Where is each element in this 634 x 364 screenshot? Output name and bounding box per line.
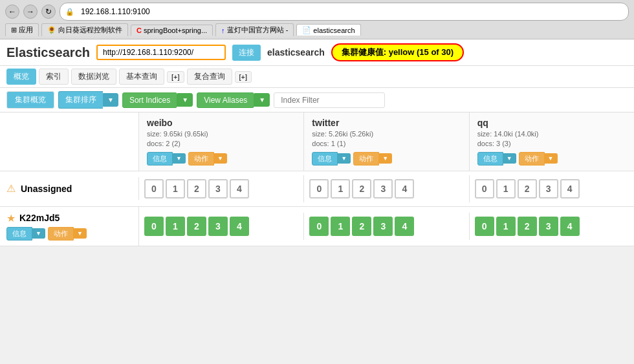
index-filter-input[interactable] xyxy=(274,92,385,108)
index-docs-weibo: docs: 2 (2) xyxy=(147,139,296,149)
cluster-name: elasticsearch xyxy=(267,47,325,58)
node-weibo-shards: 0 1 2 3 4 xyxy=(139,213,304,240)
node-name: K22mJd5 xyxy=(19,213,60,223)
tab-complex-query[interactable]: 复合查询 xyxy=(187,69,232,85)
sort-indices-arrow[interactable]: ▼ xyxy=(177,93,193,107)
unassigned-qq-shards: 0 1 2 3 4 xyxy=(470,175,634,202)
qq-action-main[interactable]: 动作 xyxy=(519,152,545,166)
shard-box[interactable]: 0 xyxy=(309,217,329,236)
shard-box[interactable]: 0 xyxy=(475,217,494,236)
shard-box[interactable]: 2 xyxy=(187,217,206,236)
main-table: weibo size: 9.65ki (9.65ki) docs: 2 (2) … xyxy=(0,112,634,246)
cluster-sort-dropdown: 集群排序 ▼ xyxy=(58,91,118,109)
forward-button[interactable]: → xyxy=(23,5,38,19)
shard-box[interactable]: 1 xyxy=(496,179,516,198)
shard-box[interactable]: 0 xyxy=(144,217,164,236)
browser-tab-lantern[interactable]: ↑ 蓝灯中国官方网站 - xyxy=(215,23,294,36)
shard-box[interactable]: 0 xyxy=(475,179,494,198)
shard-box[interactable]: 0 xyxy=(309,179,329,198)
shard-box[interactable]: 4 xyxy=(230,217,249,236)
node-action-arrow[interactable]: ▼ xyxy=(74,228,87,239)
qq-info-main[interactable]: 信息 xyxy=(477,152,503,166)
unassigned-label: ⚠ Unassigned xyxy=(0,177,139,200)
weibo-action-arrow[interactable]: ▼ xyxy=(214,153,227,164)
toolbar: 集群概览 集群排序 ▼ Sort Indices ▼ View Aliases … xyxy=(0,88,634,112)
tab-data-browse[interactable]: 数据浏览 xyxy=(71,69,116,85)
shard-box[interactable]: 4 xyxy=(395,179,414,198)
twitter-info-btn: 信息 ▼ xyxy=(312,152,351,166)
shard-box[interactable]: 4 xyxy=(560,179,580,198)
shard-box[interactable]: 2 xyxy=(187,179,206,198)
tab-label: 向日葵远程控制软件 xyxy=(58,25,122,35)
shard-box[interactable]: 4 xyxy=(395,217,414,236)
refresh-button[interactable]: ↻ xyxy=(41,5,56,19)
weibo-action-main[interactable]: 动作 xyxy=(188,152,214,166)
shard-box[interactable]: 3 xyxy=(539,217,558,236)
weibo-info-main[interactable]: 信息 xyxy=(147,152,173,166)
index-col-qq: qq size: 14.0ki (14.0ki) docs: 3 (3) 信息 … xyxy=(470,112,634,171)
twitter-action-main[interactable]: 动作 xyxy=(353,152,379,166)
tab-index[interactable]: 索引 xyxy=(39,69,69,85)
qq-info-btn: 信息 ▼ xyxy=(477,152,516,166)
node-info-arrow[interactable]: ▼ xyxy=(32,228,45,239)
connect-button[interactable]: 连接 xyxy=(232,45,261,61)
view-aliases-button[interactable]: View Aliases xyxy=(197,92,254,108)
shard-box[interactable]: 3 xyxy=(208,217,228,236)
sort-indices-button[interactable]: Sort Indices xyxy=(122,92,177,108)
address-input[interactable] xyxy=(77,5,623,19)
twitter-info-main[interactable]: 信息 xyxy=(312,152,338,166)
index-name-weibo: weibo xyxy=(147,118,296,128)
weibo-info-arrow[interactable]: ▼ xyxy=(173,153,186,164)
shard-box[interactable]: 1 xyxy=(496,217,516,236)
node-action-main[interactable]: 动作 xyxy=(48,227,74,241)
node-info-main[interactable]: 信息 xyxy=(6,227,32,241)
node-action-btn: 动作 ▼ xyxy=(48,227,87,241)
browser-tab-apps[interactable]: ⊞ 应用 xyxy=(5,23,39,36)
node-label-row: ★ K22mJd5 xyxy=(6,212,60,224)
cluster-sort-arrow[interactable]: ▼ xyxy=(103,93,118,107)
shard-row-node: ★ K22mJd5 信息 ▼ 动作 ▼ 0 xyxy=(0,207,634,246)
shard-box[interactable]: 2 xyxy=(518,179,537,198)
shard-box[interactable]: 1 xyxy=(166,179,185,198)
tab-complex-plus[interactable]: [+] xyxy=(235,71,252,83)
shard-box[interactable]: 3 xyxy=(373,179,393,198)
browser-tabs: ⊞ 应用 🌻 向日葵远程控制软件 C springBoot+spring... … xyxy=(5,23,629,36)
url-input[interactable] xyxy=(96,45,226,60)
shard-box[interactable]: 4 xyxy=(230,179,249,198)
view-aliases-arrow[interactable]: ▼ xyxy=(254,93,270,107)
tab-overview[interactable]: 概览 xyxy=(6,69,36,85)
browser-tab-sunflower[interactable]: 🌻 向日葵远程控制软件 xyxy=(41,23,128,36)
shard-box[interactable]: 0 xyxy=(144,179,164,198)
browser-chrome: ← → ↻ 🔒 ⊞ 应用 🌻 向日葵远程控制软件 C springBoot+sp… xyxy=(0,0,634,39)
cluster-overview-tab[interactable]: 集群概览 xyxy=(6,91,54,109)
sunflower-icon: 🌻 xyxy=(47,26,56,34)
qq-info-arrow[interactable]: ▼ xyxy=(503,153,516,164)
shard-box[interactable]: 2 xyxy=(518,217,537,236)
twitter-action-arrow[interactable]: ▼ xyxy=(379,153,392,164)
shard-box[interactable]: 2 xyxy=(352,217,371,236)
unassigned-shard-columns: 0 1 2 3 4 0 1 2 3 4 0 1 2 xyxy=(139,175,634,202)
cluster-sort-button[interactable]: 集群排序 xyxy=(58,91,103,109)
shard-box[interactable]: 2 xyxy=(352,179,371,198)
tab-basic-query[interactable]: 基本查询 xyxy=(119,69,164,85)
spring-icon: C xyxy=(137,27,142,34)
shard-box[interactable]: 1 xyxy=(331,179,350,198)
shard-box[interactable]: 3 xyxy=(539,179,558,198)
shard-box[interactable]: 3 xyxy=(373,217,393,236)
tab-label: springBoot+spring... xyxy=(144,27,207,34)
twitter-info-arrow[interactable]: ▼ xyxy=(338,153,351,164)
browser-tab-elasticsearch[interactable]: 📄 elasticsearch xyxy=(296,24,360,36)
browser-tab-spring[interactable]: C springBoot+spring... xyxy=(131,25,213,36)
address-bar-container: 🔒 xyxy=(60,3,629,21)
shard-box[interactable]: 1 xyxy=(331,217,350,236)
shard-box[interactable]: 4 xyxy=(560,217,580,236)
shard-box[interactable]: 1 xyxy=(166,217,185,236)
back-button[interactable]: ← xyxy=(5,5,19,19)
index-name-qq: qq xyxy=(477,118,626,128)
unassigned-text: Unassigned xyxy=(21,184,72,194)
qq-action-arrow[interactable]: ▼ xyxy=(545,153,558,164)
shard-box[interactable]: 3 xyxy=(208,179,228,198)
tab-basic-plus[interactable]: [+] xyxy=(167,71,184,83)
app-header: Elasticsearch 连接 elasticsearch 集群健康值: ye… xyxy=(0,39,634,66)
warning-icon: ⚠ xyxy=(6,182,16,195)
